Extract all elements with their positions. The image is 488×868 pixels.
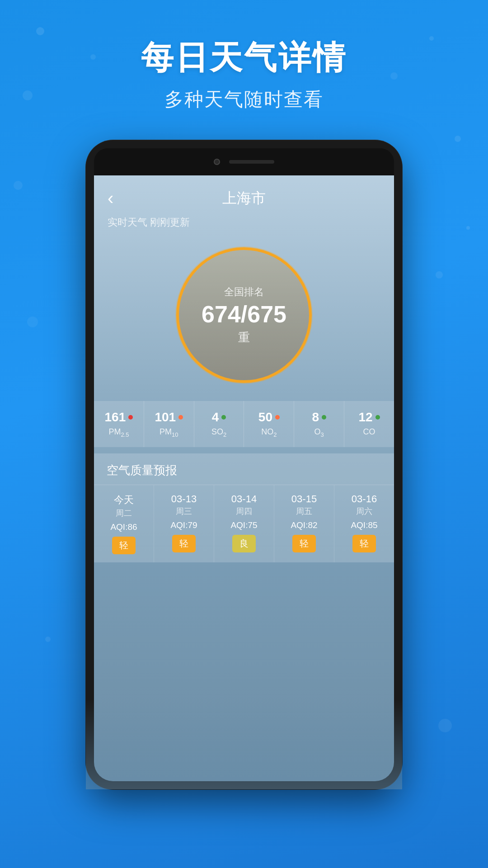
pm25-dot — [128, 415, 133, 420]
no2-dot — [275, 415, 280, 420]
camera-icon — [214, 159, 220, 165]
forecast-aqi-0: AQI:86 — [110, 522, 137, 532]
forecast-weekday-4: 周六 — [356, 506, 372, 517]
forecast-aqi-2: AQI:75 — [230, 520, 257, 530]
forecast-day-0: 今天 — [114, 493, 134, 507]
update-info: 实时天气 刚刚更新 — [94, 216, 394, 238]
pollutant-pm25: 161 PM2.5 — [94, 401, 144, 447]
forecast-weekday-1: 周三 — [176, 506, 192, 517]
co-label: CO — [363, 427, 375, 437]
pm10-dot — [178, 415, 183, 420]
aqi-circle-label: 全国排名 — [224, 285, 264, 299]
forecast-title: 空气质量预报 — [94, 453, 394, 485]
page-title: 每日天气详情 — [0, 36, 488, 80]
pm25-label: PM2.5 — [108, 427, 129, 438]
pm10-label: PM10 — [160, 427, 178, 438]
pollutants-row: 161 PM2.5 101 PM10 4 — [94, 401, 394, 447]
forecast-day-4: 03-16 — [352, 493, 377, 505]
aqi-circle: 全国排名 674/675 重 — [176, 247, 312, 383]
co-value: 12 — [358, 410, 372, 425]
phone-notch — [94, 148, 394, 175]
co-dot — [375, 415, 380, 420]
forecast-weekday-0: 周二 — [116, 508, 132, 519]
forecast-day1: 03-13 周三 AQI:79 轻 — [154, 485, 214, 562]
no2-value: 50 — [258, 410, 272, 425]
pollutant-o3: 8 O3 — [294, 401, 344, 447]
back-button[interactable]: ‹ — [108, 188, 113, 208]
forecast-badge-2: 良 — [232, 535, 256, 552]
header-section: 每日天气详情 多种天气随时查看 — [0, 0, 488, 130]
o3-dot — [322, 415, 326, 420]
forecast-badge-4: 轻 — [352, 535, 376, 552]
forecast-day-2: 03-14 — [231, 493, 257, 505]
forecast-day-3: 03-15 — [291, 493, 317, 505]
pollutant-no2: 50 NO2 — [244, 401, 294, 447]
forecast-aqi-1: AQI:79 — [170, 520, 197, 530]
so2-value: 4 — [212, 410, 219, 425]
page-subtitle: 多种天气随时查看 — [0, 87, 488, 112]
pollutant-so2: 4 SO2 — [194, 401, 244, 447]
aqi-circle-value: 674/675 — [202, 302, 286, 326]
forecast-weekday-2: 周四 — [236, 506, 252, 517]
forecast-badge-3: 轻 — [292, 535, 316, 552]
so2-dot — [221, 415, 226, 420]
o3-value: 8 — [312, 410, 319, 425]
forecast-aqi-4: AQI:85 — [351, 520, 377, 530]
phone-screen: ‹ 上海市 实时天气 刚刚更新 全国排名 674/675 重 161 — [94, 175, 394, 781]
o3-label: O3 — [314, 427, 324, 438]
aqi-circle-section: 全国排名 674/675 重 — [94, 238, 394, 396]
forecast-weekday-3: 周五 — [296, 506, 312, 517]
pollutant-co: 12 CO — [344, 401, 394, 447]
phone-outer-frame: ‹ 上海市 实时天气 刚刚更新 全国排名 674/675 重 161 — [86, 140, 402, 789]
pm25-value: 161 — [105, 410, 126, 425]
forecast-row: 今天 周二 AQI:86 轻 03-13 周三 AQI:79 轻 03-14 周… — [94, 485, 394, 562]
app-header: ‹ 上海市 — [94, 175, 394, 216]
forecast-today: 今天 周二 AQI:86 轻 — [94, 485, 154, 562]
no2-label: NO2 — [261, 427, 277, 438]
forecast-day4: 03-16 周六 AQI:85 轻 — [334, 485, 394, 562]
forecast-badge-1: 轻 — [172, 535, 196, 552]
so2-label: SO2 — [211, 427, 226, 438]
forecast-badge-0: 轻 — [112, 537, 136, 554]
forecast-day2: 03-14 周四 AQI:75 良 — [214, 485, 274, 562]
app-city-name: 上海市 — [222, 189, 266, 208]
forecast-day3: 03-15 周五 AQI:82 轻 — [274, 485, 334, 562]
bottom-cloud — [94, 699, 394, 781]
forecast-section: 空气质量预报 今天 周二 AQI:86 轻 03-13 周三 AQI:79 轻 — [94, 453, 394, 562]
pm10-value: 101 — [155, 410, 176, 425]
forecast-day-1: 03-13 — [171, 493, 197, 505]
speaker-icon — [229, 160, 274, 164]
phone-mockup: ‹ 上海市 实时天气 刚刚更新 全国排名 674/675 重 161 — [86, 140, 402, 789]
aqi-circle-status: 重 — [238, 330, 250, 345]
pollutant-pm10: 101 PM10 — [144, 401, 194, 447]
forecast-aqi-3: AQI:82 — [291, 520, 317, 530]
